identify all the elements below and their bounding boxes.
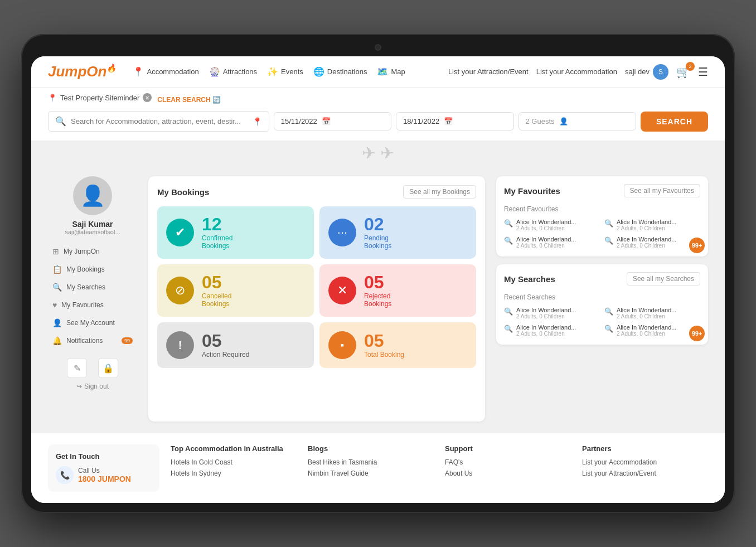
fav-name-2: Alice In Wonderland... [617, 219, 676, 225]
search-input[interactable] [71, 117, 248, 125]
location-icon: 📍 [48, 94, 57, 102]
action-info: 05 Action Required [202, 332, 249, 359]
partner-link-1[interactable]: List your Accommodation [582, 458, 708, 466]
search-section: 📍 Test Property Siteminder ✕ CLEAR SEARC… [31, 88, 725, 141]
call-label: Call Us [78, 467, 131, 475]
events-icon: ✨ [267, 66, 278, 77]
bookings-header: My Bookings See all my Bookings [157, 185, 476, 199]
user-info[interactable]: saji dev S [625, 64, 668, 80]
accommodation-links-section: Top Accommodation in Australia Hotels In… [171, 444, 297, 492]
search-name-1: Alice In Wonderland... [516, 307, 576, 313]
bell-icon: 🔔 [52, 336, 62, 345]
confirmed-bookings-card[interactable]: ✔ 12 ConfirmedBookings [157, 206, 314, 259]
nav-accommodation[interactable]: 📍 Accommodation [133, 66, 198, 77]
search-item-2: 🔍 Alice In Wonderland... 2 Adults, 0 Chi… [604, 307, 700, 320]
fav-search-icon-1: 🔍 [504, 219, 513, 227]
rejected-count: 05 [364, 273, 391, 291]
sidebar-actions: ✎ 🔒 [67, 358, 118, 378]
clear-search-button[interactable]: CLEAR SEARCH 🔄 [157, 96, 221, 104]
favourites-header: My Favourites See all my Favourites [504, 184, 700, 197]
pending-info: 02 PendingBookings [364, 215, 391, 250]
search-item-1: 🔍 Alice In Wonderland... 2 Adults, 0 Chi… [504, 307, 600, 320]
support-link-1[interactable]: FAQ's [445, 458, 571, 466]
nav-destinations[interactable]: 🌐 Destinations [313, 66, 367, 77]
confirmed-count: 12 [202, 215, 232, 233]
total-count: 05 [364, 332, 404, 350]
partners-section: Partners List your Accommodation List yo… [582, 444, 708, 492]
action-required-card[interactable]: ! 05 Action Required [157, 322, 314, 368]
sidebar-item-account[interactable]: 👤 See My Account [48, 314, 137, 331]
list-accommodation-link[interactable]: List your Accommodation [536, 67, 617, 76]
accommodation-link-2[interactable]: Hotels In Sydney [171, 469, 297, 477]
blog-link-2[interactable]: Nimbin Travel Guide [308, 469, 434, 477]
rejected-label: RejectedBookings [364, 292, 391, 308]
lock-button[interactable]: 🔒 [98, 358, 118, 378]
support-link-2[interactable]: About Us [445, 469, 571, 477]
support-title: Support [445, 444, 571, 453]
favourites-title: My Favourites [504, 186, 560, 196]
cancelled-icon: ⊘ [166, 277, 194, 304]
date-to-wrap[interactable]: 18/11/2022 📅 [396, 112, 513, 130]
favourites-more-badge: 99+ [689, 238, 705, 253]
partner-link-2[interactable]: List your Attraction/Event [582, 469, 708, 477]
pending-bookings-card[interactable]: ··· 02 PendingBookings [319, 206, 476, 259]
logo[interactable]: JumpOn🔥 [48, 63, 116, 80]
sidebar-item-notifications[interactable]: 🔔 Notifications 99 [48, 332, 137, 349]
cart-button[interactable]: 🛒 2 [676, 65, 690, 79]
nav-events[interactable]: ✨ Events [267, 66, 303, 77]
total-booking-card[interactable]: ▪ 05 Total Booking [319, 322, 476, 368]
blog-link-1[interactable]: Best Hikes in Tasmania [308, 458, 434, 466]
calendar-to-icon: 📅 [444, 117, 453, 125]
bookings-title: My Bookings [157, 187, 209, 197]
fav-name-3: Alice In Wonderland... [516, 236, 576, 243]
sidebar-menu: ⊞ My JumpOn 📋 My Bookings 🔍 My Searches … [48, 243, 137, 349]
fav-item-3: 🔍 Alice In Wonderland... 2 Adults, 0 Chi… [504, 236, 600, 249]
confirmed-icon: ✔ [166, 219, 194, 246]
avatar-icon: 👤 [80, 184, 105, 207]
cancelled-bookings-card[interactable]: ⊘ 05 CancelledBookings [157, 264, 314, 317]
cancelled-info: 05 CancelledBookings [202, 273, 231, 308]
edit-button[interactable]: ✎ [67, 358, 87, 378]
accommodation-link-1[interactable]: Hotels In Gold Coast [171, 458, 297, 466]
blogs-title: Blogs [308, 444, 434, 453]
rejected-bookings-card[interactable]: ✕ 05 RejectedBookings [319, 264, 476, 317]
search-bar: 🔍 📍 15/11/2022 📅 18/11/2022 📅 2 Guests 👤… [48, 111, 708, 132]
signout-button[interactable]: ↪ Sign out [76, 383, 109, 390]
search-button[interactable]: SEARCH [641, 112, 708, 132]
avatar-nav: S [653, 64, 668, 80]
sidebar-item-mysearches[interactable]: 🔍 My Searches [48, 279, 137, 296]
search-icon: 🔍 [52, 283, 62, 292]
see-all-searches-link[interactable]: See all my Searches [627, 272, 700, 285]
search-sub-3: 2 Adults, 0 Children [516, 331, 576, 337]
remove-location-button[interactable]: ✕ [143, 93, 152, 102]
hamburger-menu[interactable]: ☰ [698, 65, 708, 79]
sidebar-user-email: saji@ateamsoftsol... [65, 229, 120, 235]
nav-map[interactable]: 🗺️ Map [377, 66, 405, 77]
date-from-wrap[interactable]: 15/11/2022 📅 [274, 112, 391, 130]
cancelled-label: CancelledBookings [202, 292, 231, 308]
guests-wrap[interactable]: 2 Guests 👤 [518, 112, 636, 130]
list-attraction-link[interactable]: List your Attraction/Event [448, 67, 529, 76]
guests-value: 2 Guests [526, 117, 555, 125]
fav-sub-1: 2 Adults, 0 Children [516, 225, 576, 231]
see-all-bookings-link[interactable]: See all my Bookings [403, 185, 476, 199]
screen: JumpOn🔥 📍 Accommodation 🎡 Attractions ✨ … [31, 56, 725, 503]
sidebar-item-myfavourites[interactable]: ♥ My Favourites [48, 297, 137, 313]
user-name-nav: saji dev [625, 67, 650, 76]
sidebar-item-mybookings[interactable]: 📋 My Bookings [48, 261, 137, 278]
account-icon: 👤 [52, 318, 62, 327]
see-all-favourites-link[interactable]: See all my Favourites [624, 184, 700, 197]
call-number[interactable]: 1800 JUMPON [78, 475, 131, 483]
pending-icon: ··· [328, 219, 356, 246]
nav-right: List your Attraction/Event List your Acc… [448, 64, 708, 80]
confirmed-label: ConfirmedBookings [202, 234, 232, 250]
nav-attractions[interactable]: 🎡 Attractions [209, 66, 257, 77]
sidebar-item-myjumpon[interactable]: ⊞ My JumpOn [48, 243, 137, 260]
fav-name-1: Alice In Wonderland... [516, 219, 576, 225]
search-item-3: 🔍 Alice In Wonderland... 2 Adults, 0 Chi… [504, 324, 600, 337]
search-item-icon-4: 🔍 [604, 325, 613, 333]
attractions-icon: 🎡 [209, 66, 220, 77]
accommodation-icon: 📍 [133, 66, 144, 77]
search-sub-1: 2 Adults, 0 Children [516, 313, 576, 320]
main-content: 👤 Saji Kumar saji@ateamsoftsol... ⊞ My J… [31, 165, 725, 433]
